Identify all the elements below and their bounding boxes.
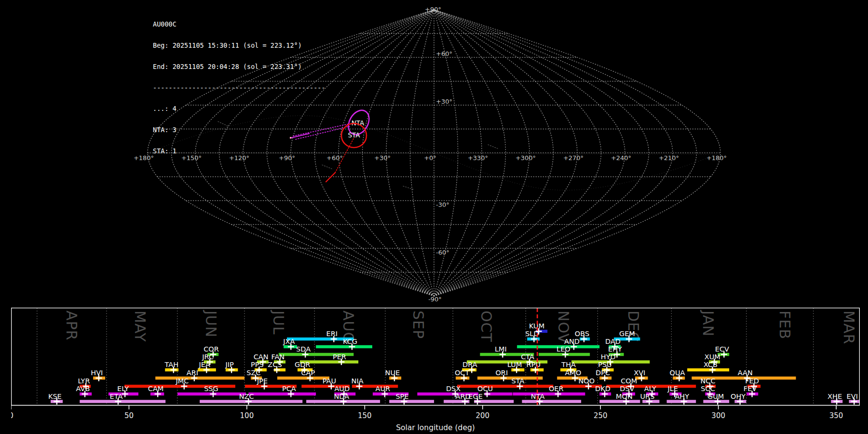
longitude-label: +0° bbox=[424, 154, 436, 162]
shower-label-cta: CTA bbox=[521, 353, 534, 361]
tick-label-150: 150 bbox=[358, 411, 372, 420]
shower-label-zcs: ZCS bbox=[268, 361, 282, 368]
observation-info-panel: AU000C Beg: 20251105 15:30:11 (sol = 223… bbox=[153, 7, 326, 169]
shower-label-pca: PCA bbox=[282, 385, 296, 393]
longitude-label: +270° bbox=[563, 154, 583, 162]
shower-label-ari: ARI bbox=[187, 369, 198, 377]
shower-label-ocu: OCU bbox=[477, 385, 493, 393]
latitude-label: +60° bbox=[436, 50, 452, 57]
shower-label-ohy: OHY bbox=[731, 393, 746, 400]
shower-label-obs: OBS bbox=[575, 330, 589, 338]
shower-label-jle: JLE bbox=[667, 385, 678, 393]
month-label-apr: APR bbox=[63, 311, 80, 340]
tick-label-0: 0 bbox=[11, 411, 14, 420]
shower-label-xvi: XVI bbox=[634, 369, 645, 377]
shower-label-ssg: SSG bbox=[204, 385, 218, 393]
month-label-mar: MAR bbox=[841, 311, 857, 344]
shower-label-kcg: KCG bbox=[343, 338, 357, 345]
shower-label-rpu: RPU bbox=[527, 361, 541, 368]
shower-label-eta: ETA bbox=[110, 393, 123, 400]
shower-label-dsv: DSV bbox=[620, 385, 634, 393]
longitude-label: +180° bbox=[706, 154, 727, 162]
shower-bar-kcg bbox=[316, 345, 372, 348]
shower-label-fev: FEV bbox=[744, 385, 757, 393]
longitude-label: +180° bbox=[134, 154, 154, 162]
shower-bar-sta bbox=[457, 385, 553, 388]
shower-label-jea: JEA bbox=[199, 361, 210, 368]
shower-label-dkd: DKD bbox=[595, 385, 610, 393]
separator-line: ----------------------------------------… bbox=[153, 84, 326, 92]
station-id: AU000C bbox=[153, 21, 326, 28]
shower-label-spe: SPE bbox=[395, 393, 408, 400]
shower-bar-oer bbox=[513, 393, 585, 395]
shower-bar-mon bbox=[599, 400, 640, 403]
longitude-label: +330° bbox=[468, 154, 488, 162]
shower-bar-ori bbox=[477, 377, 542, 380]
shower-label-scc: SCC bbox=[701, 385, 715, 393]
shower-label-pau: PAU bbox=[323, 377, 336, 385]
month-label-jul: JUL bbox=[270, 310, 287, 335]
shower-label-dad: DAD bbox=[605, 338, 621, 345]
shower-label-xhe: XHE bbox=[827, 393, 842, 400]
end-time-line: End: 20251105 20:04:28 (sol = 223.31°) bbox=[153, 63, 326, 70]
shower-label-ahy: AHY bbox=[675, 393, 689, 400]
shower-label-ncc: NCC bbox=[701, 377, 716, 385]
shower-label-gdr: GDR bbox=[295, 361, 310, 368]
shower-label-cam: CAM bbox=[148, 385, 164, 393]
count-nta: NTA: 3 bbox=[153, 126, 326, 134]
month-label-oct: OCT bbox=[478, 311, 495, 342]
shower-label-and: AND bbox=[564, 338, 580, 345]
shower-label-tha: THA bbox=[561, 361, 576, 368]
shower-label-can: CAN bbox=[254, 353, 269, 361]
latitude-label: +30° bbox=[436, 98, 452, 105]
shower-label-leo: LEO bbox=[556, 345, 570, 353]
shower-label-xum: XUM bbox=[705, 353, 720, 361]
shower-bar-jmc bbox=[124, 385, 235, 388]
shower-label-sta: STA bbox=[512, 377, 525, 385]
radiant-label-sta: STA bbox=[348, 131, 360, 139]
shower-label-sda: SDA bbox=[296, 345, 311, 353]
begin-time-line: Beg: 20251105 15:30:11 (sol = 223.12°) bbox=[153, 42, 326, 49]
shower-label-per: PER bbox=[333, 353, 346, 361]
shower-label-nzc: NZC bbox=[239, 393, 254, 400]
shower-label-lum: LUM bbox=[507, 361, 522, 368]
shower-activity-timeline: APRMAYJUNJULAUGSEPOCTNOVDECJANFEBMARKUME… bbox=[11, 308, 860, 434]
shower-label-nia: NIA bbox=[352, 377, 364, 385]
shower-label-noo: NOO bbox=[578, 377, 595, 385]
month-label-jan: JAN bbox=[700, 310, 717, 337]
shower-label-fed: FED bbox=[745, 377, 759, 385]
radiant-sky-map: +90°-90°+60°+30°-30°-60°+180°+150°+120°+… bbox=[0, 0, 868, 309]
shower-bar-spe bbox=[389, 400, 434, 403]
shower-label-oer: OER bbox=[549, 385, 564, 393]
shower-bar-xcb bbox=[687, 368, 729, 371]
longitude-label: +60° bbox=[326, 154, 343, 162]
shower-label-jrc: JRC bbox=[202, 353, 214, 361]
tick-label-50: 50 bbox=[124, 411, 134, 420]
shower-label-ege: EGE bbox=[468, 393, 483, 400]
shower-label-dra: DRA bbox=[462, 361, 477, 368]
shower-label-szc: SZC bbox=[246, 369, 260, 377]
shower-label-jxa: JXA bbox=[283, 338, 295, 345]
unassociated-meteor-trail bbox=[403, 186, 414, 190]
shower-label-ecv: ECV bbox=[715, 345, 729, 353]
shower-label-evi: EVI bbox=[847, 393, 858, 400]
count-sta: STA: 1 bbox=[153, 148, 326, 155]
shower-label-jmc: JMC bbox=[175, 377, 189, 385]
shower-label-aur: AUR bbox=[376, 385, 391, 393]
tick-label-350: 350 bbox=[829, 411, 843, 420]
tick-label-300: 300 bbox=[711, 411, 725, 420]
shower-label-eri: ERI bbox=[326, 330, 338, 338]
count-unassociated: ...: 4 bbox=[153, 105, 326, 112]
shower-label-avb: AVB bbox=[76, 385, 90, 393]
shower-label-xcb: XCB bbox=[704, 361, 718, 368]
shower-label-pps: PPS bbox=[251, 361, 264, 368]
shower-label-nda: NDA bbox=[334, 393, 349, 400]
shower-bar-eta bbox=[80, 400, 165, 403]
tick-label-100: 100 bbox=[240, 411, 254, 420]
shower-label-aud: AUD bbox=[334, 385, 350, 393]
month-label-jun: JUN bbox=[203, 310, 219, 338]
shower-label-ehy: EHY bbox=[608, 345, 622, 353]
shower-label-psu: PSU bbox=[598, 361, 612, 368]
shower-bar-nta bbox=[522, 400, 581, 403]
shower-label-dsx: DSX bbox=[446, 385, 461, 393]
